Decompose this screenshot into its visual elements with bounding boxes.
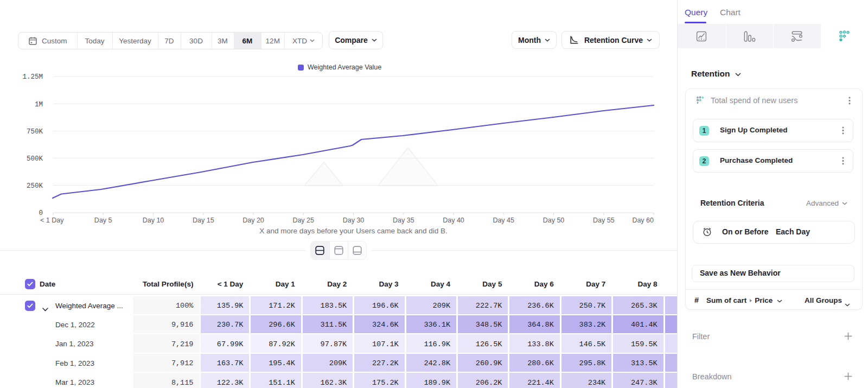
svg-text:Day 10: Day 10: [143, 217, 164, 224]
svg-text:Day 40: Day 40: [443, 217, 464, 224]
svg-text:Day 50: Day 50: [543, 217, 565, 224]
svg-text:Day 20: Day 20: [242, 217, 264, 224]
svg-text:Day 60: Day 60: [632, 217, 654, 224]
svg-text:Day 25: Day 25: [292, 217, 314, 224]
svg-text:500K: 500K: [27, 155, 43, 163]
svg-text:1M: 1M: [35, 101, 43, 109]
svg-text:0: 0: [39, 209, 43, 217]
svg-text:Day 5: Day 5: [94, 217, 112, 224]
svg-text:Day 30: Day 30: [343, 217, 365, 224]
svg-text:750K: 750K: [27, 128, 43, 136]
svg-text:250K: 250K: [27, 182, 43, 190]
svg-text:Day 15: Day 15: [193, 217, 214, 224]
svg-text:Day 45: Day 45: [493, 217, 514, 224]
svg-text:Day 35: Day 35: [393, 217, 414, 224]
svg-text:1.25M: 1.25M: [22, 73, 43, 81]
svg-text:Day 55: Day 55: [593, 217, 615, 224]
svg-text:< 1 Day: < 1 Day: [40, 217, 64, 224]
